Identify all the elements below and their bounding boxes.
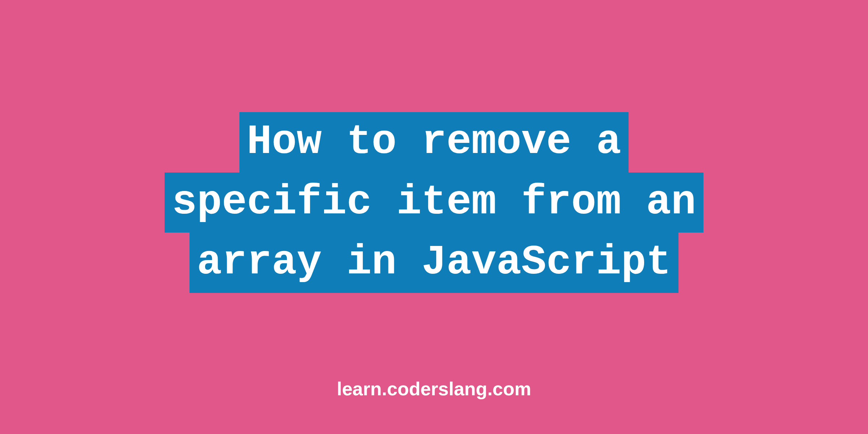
site-url: learn.coderslang.com xyxy=(337,378,531,400)
title-line-3: array in JavaScript xyxy=(190,233,678,293)
title-container: How to remove a specific item from an ar… xyxy=(165,112,703,293)
title-line-2: specific item from an xyxy=(165,173,703,233)
title-line-1: How to remove a xyxy=(239,112,628,173)
